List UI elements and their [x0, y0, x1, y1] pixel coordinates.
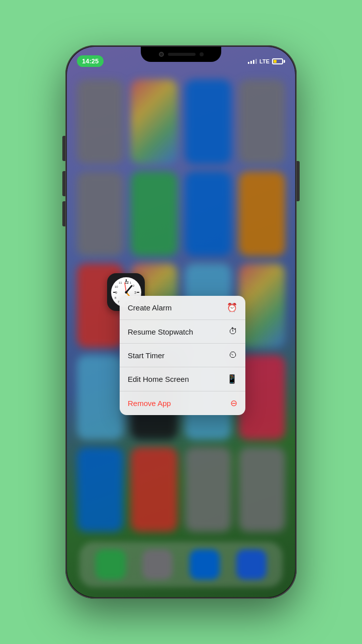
svg-text:10: 10: [115, 285, 118, 288]
signal-bar-2: [250, 61, 252, 64]
sensor-dot: [200, 52, 204, 56]
menu-item-remove-app[interactable]: Remove App ⊖: [120, 391, 245, 415]
notch: [141, 47, 221, 62]
time-display: 14:25: [77, 55, 104, 67]
menu-item-start-timer[interactable]: Start Timer ⏲: [120, 344, 245, 367]
battery-body: [272, 58, 283, 64]
menu-item-label-start-timer: Start Timer: [128, 351, 164, 360]
menu-item-create-alarm[interactable]: Create Alarm ⏰: [120, 296, 245, 320]
signal-bar-3: [253, 60, 254, 64]
menu-item-resume-stopwatch[interactable]: Resume Stopwatch ⏱: [120, 320, 245, 344]
battery-indicator: [272, 58, 285, 64]
remove-icon: ⊖: [230, 398, 237, 409]
context-menu: Create Alarm ⏰ Resume Stopwatch ⏱ Start …: [120, 296, 245, 415]
speaker: [168, 53, 196, 56]
status-right: LTE: [248, 58, 285, 64]
menu-item-label-create-alarm: Create Alarm: [128, 303, 172, 312]
edit-home-icon: 📱: [227, 374, 237, 384]
alarm-icon: ⏰: [227, 302, 237, 313]
network-type: LTE: [259, 58, 269, 64]
menu-item-edit-home-screen[interactable]: Edit Home Screen 📱: [120, 367, 245, 391]
stopwatch-icon: ⏱: [229, 327, 237, 337]
front-camera: [159, 52, 164, 57]
svg-text:9: 9: [115, 291, 117, 294]
menu-item-label-remove-app: Remove App: [128, 399, 171, 408]
svg-point-20: [125, 291, 127, 293]
svg-text:12: 12: [125, 281, 129, 284]
phone-inner: 14:25 LTE: [67, 47, 295, 597]
timer-icon: ⏲: [229, 350, 237, 360]
signal-bar-1: [248, 62, 249, 64]
signal-bars: [248, 59, 257, 64]
battery-tip: [284, 60, 285, 63]
menu-item-label-edit-home-screen: Edit Home Screen: [128, 375, 189, 383]
svg-text:3: 3: [134, 291, 136, 294]
svg-text:11: 11: [119, 281, 122, 284]
phone-frame: 14:25 LTE: [65, 45, 297, 599]
signal-bar-4: [255, 59, 257, 64]
screen: 14:25 LTE: [67, 47, 295, 597]
menu-item-label-resume-stopwatch: Resume Stopwatch: [128, 328, 193, 336]
battery-fill: [274, 60, 277, 63]
